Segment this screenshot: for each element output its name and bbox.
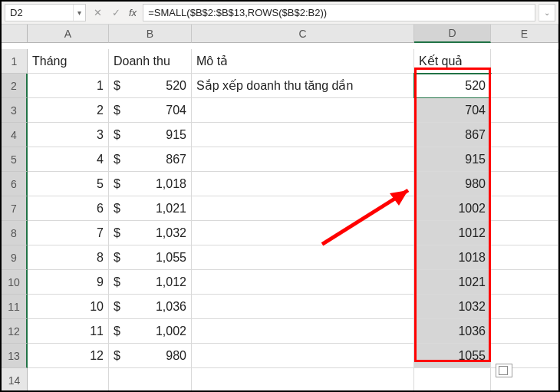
cell-E5[interactable] (491, 147, 558, 172)
column-header-D[interactable]: D (414, 25, 491, 43)
cell-C1[interactable]: Mô tả (192, 49, 414, 74)
row-header-5[interactable]: 5 (2, 147, 28, 172)
cell-B4[interactable]: $915 (109, 123, 192, 147)
cell-E7[interactable] (491, 196, 558, 221)
row-header-2[interactable]: 2 (2, 74, 28, 98)
cell-E2[interactable] (491, 74, 558, 98)
name-box-container: D2 ▾ (5, 4, 86, 21)
cell-C11[interactable] (192, 295, 414, 319)
row-header-14[interactable]: 14 (2, 368, 28, 392)
cell-E4[interactable] (491, 123, 558, 147)
cell-B14[interactable] (109, 368, 192, 392)
name-box[interactable]: D2 (5, 7, 73, 18)
cell-A12[interactable]: 11 (28, 319, 109, 344)
cell-C9[interactable] (192, 245, 414, 270)
cell-C12[interactable] (192, 319, 414, 344)
cell-D8[interactable]: 1012 (414, 221, 491, 245)
cell-B3[interactable]: $704 (109, 98, 192, 123)
formula-expand-icon[interactable]: ⌄ (539, 4, 555, 21)
cell-B5[interactable]: $867 (109, 147, 192, 172)
cell-C10[interactable] (192, 270, 414, 295)
cell-D5[interactable]: 915 (414, 147, 491, 172)
cell-A2[interactable]: 1 (28, 74, 109, 98)
row-header-7[interactable]: 7 (2, 196, 28, 221)
cell-A1[interactable]: Tháng (28, 49, 109, 74)
cell-A3[interactable]: 2 (28, 98, 109, 123)
cell-C5[interactable] (192, 147, 414, 172)
row-header-6[interactable]: 6 (2, 172, 28, 196)
fx-icon[interactable]: fx (129, 7, 137, 18)
cell-B2[interactable]: $520 (109, 74, 192, 98)
cell-B11[interactable]: $1,036 (109, 295, 192, 319)
column-header-C[interactable]: C (192, 25, 414, 43)
row-header-4[interactable]: 4 (2, 123, 28, 147)
select-all-corner[interactable] (2, 25, 28, 43)
cell-E8[interactable] (491, 221, 558, 245)
cell-A4[interactable]: 3 (28, 123, 109, 147)
cell-D7[interactable]: 1002 (414, 196, 491, 221)
formula-buttons: ✕ ✓ fx (86, 2, 143, 24)
cell-A13[interactable]: 12 (28, 344, 109, 368)
column-header-E[interactable]: E (491, 25, 558, 43)
row-header-12[interactable]: 12 (2, 319, 28, 344)
cell-A7[interactable]: 6 (28, 196, 109, 221)
cell-D9[interactable]: 1018 (414, 245, 491, 270)
cell-A5[interactable]: 4 (28, 147, 109, 172)
cell-D1[interactable]: Kết quả (414, 49, 491, 74)
cell-B13[interactable]: $980 (109, 344, 192, 368)
cell-E3[interactable] (491, 98, 558, 123)
cell-D4[interactable]: 867 (414, 123, 491, 147)
autofill-options-button[interactable] (496, 364, 512, 377)
cell-C14[interactable] (192, 368, 414, 392)
enter-icon[interactable]: ✓ (110, 7, 121, 18)
cell-B10[interactable]: $1,012 (109, 270, 192, 295)
row-header-3[interactable]: 3 (2, 98, 28, 123)
cell-C13[interactable] (192, 344, 414, 368)
cell-A6[interactable]: 5 (28, 172, 109, 196)
row-header-1[interactable]: 1 (2, 49, 28, 74)
cell-A9[interactable]: 8 (28, 245, 109, 270)
cell-D13[interactable]: 1055 (414, 344, 491, 368)
name-box-dropdown[interactable]: ▾ (73, 5, 85, 21)
cell-D11[interactable]: 1032 (414, 295, 491, 319)
cell-B12[interactable]: $1,002 (109, 319, 192, 344)
cell-D10[interactable]: 1021 (414, 270, 491, 295)
cancel-icon[interactable]: ✕ (92, 7, 103, 18)
cell-A10[interactable]: 9 (28, 270, 109, 295)
cell-C7[interactable] (192, 196, 414, 221)
cell-B7[interactable]: $1,021 (109, 196, 192, 221)
column-header-A[interactable]: A (28, 25, 109, 43)
cell-D12[interactable]: 1036 (414, 319, 491, 344)
row-header-13[interactable]: 13 (2, 344, 28, 368)
cell-A11[interactable]: 10 (28, 295, 109, 319)
cell-C2[interactable]: Sắp xếp doanh thu tăng dần (192, 74, 414, 98)
cell-C4[interactable] (192, 123, 414, 147)
cell-C8[interactable] (192, 221, 414, 245)
cell-B8[interactable]: $1,032 (109, 221, 192, 245)
cell-A14[interactable] (28, 368, 109, 392)
cell-E10[interactable] (491, 270, 558, 295)
cell-B1[interactable]: Doanh thu (109, 49, 192, 74)
row-header-9[interactable]: 9 (2, 245, 28, 270)
spreadsheet-grid[interactable]: ABCDE1ThángDoanh thuMô tảKết quả21$520Sắ… (2, 25, 558, 392)
cell-E6[interactable] (491, 172, 558, 196)
row-header-8[interactable]: 8 (2, 221, 28, 245)
cell-E12[interactable] (491, 319, 558, 344)
cell-E9[interactable] (491, 245, 558, 270)
cell-C6[interactable] (192, 172, 414, 196)
cell-B6[interactable]: $1,018 (109, 172, 192, 196)
row-header-10[interactable]: 10 (2, 270, 28, 295)
cell-D2[interactable]: 520 (414, 74, 491, 98)
formula-input[interactable]: =SMALL($B$2:$B$13,ROWS($B$2:B2)) (143, 4, 535, 21)
column-header-B[interactable]: B (109, 25, 192, 43)
cell-D6[interactable]: 980 (414, 172, 491, 196)
cell-D3[interactable]: 704 (414, 98, 491, 123)
cell-B9[interactable]: $1,055 (109, 245, 192, 270)
formula-bar: D2 ▾ ✕ ✓ fx =SMALL($B$2:$B$13,ROWS($B$2:… (2, 2, 558, 25)
cell-E11[interactable] (491, 295, 558, 319)
cell-C3[interactable] (192, 98, 414, 123)
row-header-11[interactable]: 11 (2, 295, 28, 319)
cell-A8[interactable]: 7 (28, 221, 109, 245)
cell-E1[interactable] (491, 49, 558, 74)
cell-D14[interactable] (414, 368, 491, 392)
